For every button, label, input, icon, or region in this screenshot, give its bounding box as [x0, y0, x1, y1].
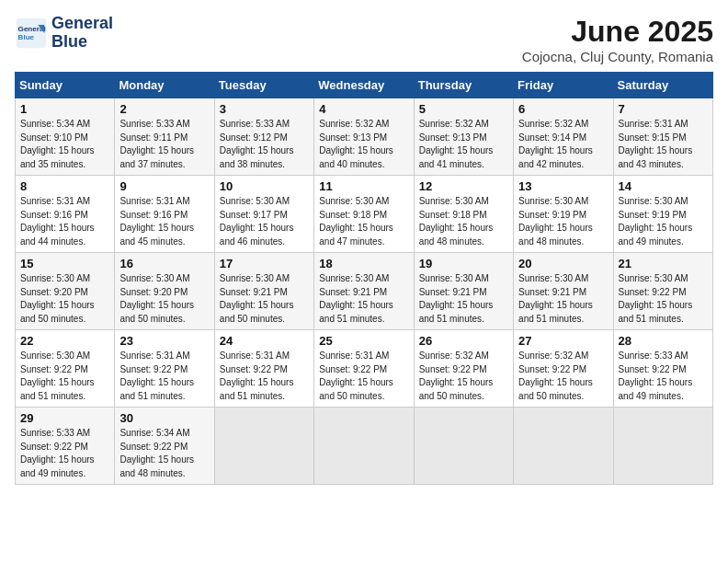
day-info: Sunrise: 5:32 AM Sunset: 9:22 PM Dayligh…	[518, 350, 608, 403]
day-info: Sunrise: 5:32 AM Sunset: 9:13 PM Dayligh…	[319, 118, 408, 171]
calendar-day-cell: 27 Sunrise: 5:32 AM Sunset: 9:22 PM Dayl…	[514, 330, 613, 408]
title-area: June 2025 Cojocna, Cluj County, Romania	[522, 15, 713, 64]
calendar-subtitle: Cojocna, Cluj County, Romania	[522, 49, 713, 64]
day-number: 8	[20, 179, 109, 193]
day-info: Sunrise: 5:30 AM Sunset: 9:18 PM Dayligh…	[419, 195, 508, 248]
logo: General Blue GeneralBlue	[15, 15, 113, 52]
calendar-week-row: 22 Sunrise: 5:30 AM Sunset: 9:22 PM Dayl…	[16, 330, 713, 408]
day-info: Sunrise: 5:30 AM Sunset: 9:21 PM Dayligh…	[518, 272, 608, 326]
page-header: General Blue GeneralBlue June 2025 Cojoc…	[15, 15, 713, 64]
calendar-day-cell: 6 Sunrise: 5:32 AM Sunset: 9:14 PM Dayli…	[514, 98, 613, 176]
calendar-day-cell: 3 Sunrise: 5:33 AM Sunset: 9:12 PM Dayli…	[214, 98, 313, 176]
svg-text:Blue: Blue	[18, 33, 35, 41]
day-number: 4	[319, 102, 408, 116]
day-info: Sunrise: 5:31 AM Sunset: 9:22 PM Dayligh…	[319, 350, 408, 403]
calendar-day-cell: 23 Sunrise: 5:31 AM Sunset: 9:22 PM Dayl…	[115, 330, 214, 408]
logo-icon: General Blue	[15, 17, 48, 50]
header-monday: Monday	[115, 73, 214, 98]
day-info: Sunrise: 5:30 AM Sunset: 9:19 PM Dayligh…	[518, 195, 608, 248]
header-sunday: Sunday	[16, 73, 115, 98]
calendar-day-cell: 9 Sunrise: 5:31 AM Sunset: 9:16 PM Dayli…	[115, 176, 214, 253]
calendar-day-cell: 15 Sunrise: 5:30 AM Sunset: 9:20 PM Dayl…	[16, 253, 115, 330]
calendar-day-cell: 19 Sunrise: 5:30 AM Sunset: 9:21 PM Dayl…	[414, 253, 513, 330]
calendar-day-cell: 11 Sunrise: 5:30 AM Sunset: 9:18 PM Dayl…	[314, 176, 414, 253]
calendar-week-row: 8 Sunrise: 5:31 AM Sunset: 9:16 PM Dayli…	[16, 176, 713, 253]
day-number: 20	[518, 257, 608, 270]
calendar-day-cell	[314, 408, 414, 485]
day-number: 30	[119, 411, 209, 425]
calendar-day-cell: 16 Sunrise: 5:30 AM Sunset: 9:20 PM Dayl…	[115, 253, 214, 330]
calendar-day-cell: 12 Sunrise: 5:30 AM Sunset: 9:18 PM Dayl…	[414, 176, 513, 253]
calendar-week-row: 15 Sunrise: 5:30 AM Sunset: 9:20 PM Dayl…	[16, 253, 713, 330]
logo-name: GeneralBlue	[51, 15, 113, 52]
day-info: Sunrise: 5:31 AM Sunset: 9:22 PM Dayligh…	[220, 350, 309, 403]
day-number: 9	[119, 179, 209, 193]
day-info: Sunrise: 5:31 AM Sunset: 9:16 PM Dayligh…	[119, 195, 209, 248]
day-info: Sunrise: 5:33 AM Sunset: 9:11 PM Dayligh…	[119, 118, 209, 171]
calendar-day-cell: 30 Sunrise: 5:34 AM Sunset: 9:22 PM Dayl…	[115, 408, 214, 485]
calendar-day-cell: 18 Sunrise: 5:30 AM Sunset: 9:21 PM Dayl…	[314, 253, 414, 330]
calendar-day-cell: 10 Sunrise: 5:30 AM Sunset: 9:17 PM Dayl…	[214, 176, 313, 253]
calendar-day-cell: 26 Sunrise: 5:32 AM Sunset: 9:22 PM Dayl…	[414, 330, 513, 408]
day-number: 28	[619, 334, 708, 348]
day-info: Sunrise: 5:33 AM Sunset: 9:12 PM Dayligh…	[220, 118, 309, 171]
calendar-day-cell: 5 Sunrise: 5:32 AM Sunset: 9:13 PM Dayli…	[414, 98, 513, 176]
day-info: Sunrise: 5:34 AM Sunset: 9:10 PM Dayligh…	[20, 118, 109, 171]
day-info: Sunrise: 5:30 AM Sunset: 9:17 PM Dayligh…	[220, 195, 309, 248]
day-info: Sunrise: 5:30 AM Sunset: 9:18 PM Dayligh…	[319, 195, 408, 248]
day-number: 2	[119, 102, 209, 116]
calendar-table: Sunday Monday Tuesday Wednesday Thursday…	[15, 72, 713, 485]
day-info: Sunrise: 5:30 AM Sunset: 9:21 PM Dayligh…	[419, 272, 508, 326]
day-number: 19	[419, 257, 508, 270]
day-number: 3	[220, 102, 309, 116]
day-info: Sunrise: 5:30 AM Sunset: 9:20 PM Dayligh…	[119, 272, 209, 326]
day-number: 1	[20, 102, 109, 116]
day-number: 17	[220, 257, 309, 270]
day-number: 11	[319, 179, 408, 193]
calendar-day-cell: 22 Sunrise: 5:30 AM Sunset: 9:22 PM Dayl…	[16, 330, 115, 408]
calendar-day-cell: 21 Sunrise: 5:30 AM Sunset: 9:22 PM Dayl…	[613, 253, 712, 330]
day-number: 7	[619, 102, 708, 116]
day-number: 22	[20, 334, 109, 348]
calendar-day-cell: 8 Sunrise: 5:31 AM Sunset: 9:16 PM Dayli…	[16, 176, 115, 253]
day-info: Sunrise: 5:30 AM Sunset: 9:22 PM Dayligh…	[20, 350, 109, 403]
day-info: Sunrise: 5:32 AM Sunset: 9:14 PM Dayligh…	[518, 118, 608, 171]
day-info: Sunrise: 5:33 AM Sunset: 9:22 PM Dayligh…	[20, 427, 109, 480]
calendar-week-row: 29 Sunrise: 5:33 AM Sunset: 9:22 PM Dayl…	[16, 408, 713, 485]
day-number: 16	[119, 257, 209, 270]
calendar-day-cell: 17 Sunrise: 5:30 AM Sunset: 9:21 PM Dayl…	[214, 253, 313, 330]
day-info: Sunrise: 5:32 AM Sunset: 9:22 PM Dayligh…	[419, 350, 508, 403]
calendar-day-cell: 7 Sunrise: 5:31 AM Sunset: 9:15 PM Dayli…	[613, 98, 712, 176]
day-number: 25	[319, 334, 408, 348]
header-friday: Friday	[514, 73, 613, 98]
day-number: 12	[419, 179, 508, 193]
calendar-day-cell	[414, 408, 513, 485]
day-number: 24	[220, 334, 309, 348]
calendar-day-cell: 29 Sunrise: 5:33 AM Sunset: 9:22 PM Dayl…	[16, 408, 115, 485]
calendar-day-cell: 20 Sunrise: 5:30 AM Sunset: 9:21 PM Dayl…	[514, 253, 613, 330]
calendar-day-cell: 13 Sunrise: 5:30 AM Sunset: 9:19 PM Dayl…	[514, 176, 613, 253]
calendar-day-cell: 4 Sunrise: 5:32 AM Sunset: 9:13 PM Dayli…	[314, 98, 414, 176]
day-number: 29	[20, 411, 109, 425]
calendar-week-row: 1 Sunrise: 5:34 AM Sunset: 9:10 PM Dayli…	[16, 98, 713, 176]
calendar-day-cell	[214, 408, 313, 485]
day-info: Sunrise: 5:33 AM Sunset: 9:22 PM Dayligh…	[619, 350, 708, 403]
header-thursday: Thursday	[414, 73, 513, 98]
calendar-day-cell: 24 Sunrise: 5:31 AM Sunset: 9:22 PM Dayl…	[214, 330, 313, 408]
day-number: 26	[419, 334, 508, 348]
calendar-day-cell: 25 Sunrise: 5:31 AM Sunset: 9:22 PM Dayl…	[314, 330, 414, 408]
day-info: Sunrise: 5:30 AM Sunset: 9:19 PM Dayligh…	[619, 195, 708, 248]
header-tuesday: Tuesday	[214, 73, 313, 98]
calendar-day-cell: 14 Sunrise: 5:30 AM Sunset: 9:19 PM Dayl…	[613, 176, 712, 253]
day-info: Sunrise: 5:30 AM Sunset: 9:22 PM Dayligh…	[619, 272, 708, 326]
day-info: Sunrise: 5:31 AM Sunset: 9:16 PM Dayligh…	[20, 195, 109, 248]
day-number: 23	[119, 334, 209, 348]
day-number: 21	[619, 257, 708, 270]
calendar-day-cell: 2 Sunrise: 5:33 AM Sunset: 9:11 PM Dayli…	[115, 98, 214, 176]
day-number: 6	[518, 102, 608, 116]
header-wednesday: Wednesday	[314, 73, 414, 98]
weekday-header-row: Sunday Monday Tuesday Wednesday Thursday…	[16, 73, 713, 98]
day-info: Sunrise: 5:31 AM Sunset: 9:22 PM Dayligh…	[119, 350, 209, 403]
day-number: 14	[619, 179, 708, 193]
day-number: 18	[319, 257, 408, 270]
